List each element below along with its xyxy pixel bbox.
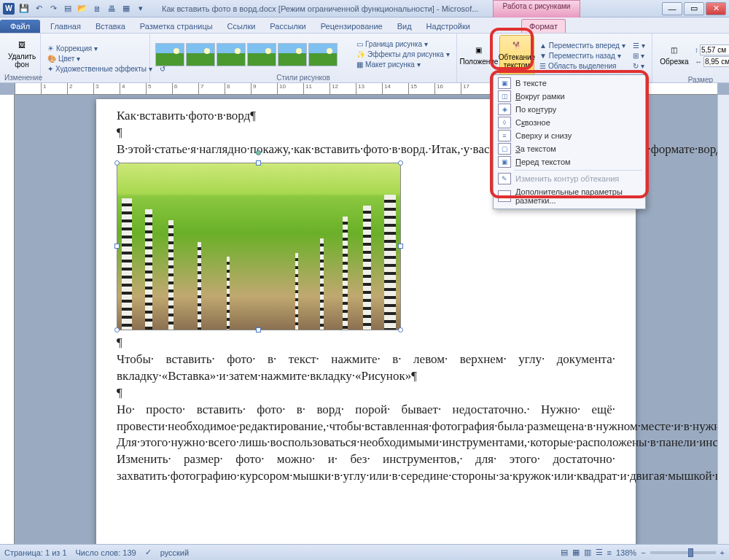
menu-separator [514, 170, 642, 171]
zoom-in-button[interactable]: + [720, 548, 725, 557]
resize-handle[interactable] [256, 160, 261, 166]
edit-points-icon: ✎ [498, 173, 511, 184]
height-input[interactable] [700, 44, 729, 55]
wrap-topbottom-item[interactable]: ≡Сверху и снизу [495, 129, 644, 142]
qat-table-icon[interactable]: ▦ [120, 2, 133, 15]
bring-forward-button[interactable]: ▲Переместить вперед▾ [537, 41, 628, 50]
remove-background-button[interactable]: 🖼 Удалить фон [4, 35, 39, 74]
status-language[interactable]: русский [160, 548, 189, 557]
qat-print-icon[interactable]: 🖶 [105, 2, 118, 15]
height-icon: ↕ [695, 46, 698, 54]
tab-mailings[interactable]: Рассылки [262, 20, 313, 33]
save-icon[interactable]: 💾 [17, 2, 31, 15]
picture-border-button[interactable]: ▭Граница рисунка▾ [354, 39, 452, 49]
chevron-down-icon: ▾ [77, 55, 80, 63]
wrap-more-options-item[interactable]: ⋯Дополнительные параметры разметки... [495, 185, 644, 207]
status-word-count[interactable]: Число слов: 139 [76, 548, 136, 557]
zoom-level[interactable]: 138% [616, 548, 636, 557]
view-print-layout-icon[interactable]: ▤ [561, 548, 568, 557]
view-web-icon[interactable]: ▥ [584, 548, 591, 557]
selection-pane-button[interactable]: ☰Область выделения [537, 61, 628, 71]
maximize-button[interactable]: ▭ [684, 2, 704, 15]
group-styles-label: Стили рисунков [155, 74, 452, 82]
tab-addins[interactable]: Надстройки [419, 20, 477, 33]
minimize-button[interactable]: — [662, 2, 682, 15]
wrap-text-button[interactable]: 🐕Обтекание текстом [499, 35, 534, 76]
rotate-button[interactable]: ↻▾ [631, 61, 647, 71]
tab-file[interactable]: Файл [0, 20, 40, 33]
resize-handle[interactable] [256, 327, 261, 332]
tab-view[interactable]: Вид [390, 20, 419, 33]
tab-format[interactable]: Формат [521, 19, 566, 33]
wrap-through-item[interactable]: ◊Сквозное [495, 116, 644, 129]
resize-handle[interactable] [114, 160, 120, 166]
zoom-slider[interactable] [650, 551, 716, 554]
tab-references[interactable]: Ссылки [220, 20, 263, 33]
style-thumb[interactable] [247, 43, 276, 66]
position-button[interactable]: ▣Положение [461, 35, 496, 76]
color-button[interactable]: 🎨Цвет▾ [45, 54, 155, 63]
redo-icon[interactable]: ↷ [47, 2, 60, 15]
resize-handle[interactable] [398, 160, 403, 166]
close-button[interactable]: ✕ [706, 2, 726, 15]
rotate-icon: ↻ [633, 62, 639, 70]
wrap-front-item[interactable]: ▣Перед текстом [495, 155, 644, 168]
wrap-behind-item[interactable]: ▢За текстом [495, 142, 644, 155]
group-icon: ⊞ [633, 52, 639, 60]
qat-preview-icon[interactable]: 🗎 [90, 2, 104, 15]
corrections-button[interactable]: ☀Коррекция▾ [45, 44, 155, 53]
chevron-down-icon: ▾ [446, 50, 450, 58]
rotate-handle[interactable] [256, 150, 261, 155]
wrap-behind-icon: ▢ [498, 143, 511, 155]
resize-handle[interactable] [398, 244, 403, 249]
tab-page-layout[interactable]: Разметка страницы [133, 20, 220, 33]
crop-button[interactable]: ◫Обрезка [657, 35, 692, 76]
status-page[interactable]: Страница: 1 из 1 [4, 548, 67, 557]
send-backward-button[interactable]: ▼Переместить назад▾ [537, 51, 628, 61]
bring-forward-icon: ▲ [539, 42, 547, 50]
view-fullscreen-icon[interactable]: ▦ [572, 548, 580, 557]
wrap-square-item[interactable]: ◫Вокруг рамки [495, 90, 644, 103]
more-options-icon: ⋯ [498, 190, 511, 202]
qat-customize-icon[interactable]: ▾ [134, 2, 147, 15]
remove-bg-icon: 🖼 [16, 41, 28, 52]
qat-open-icon[interactable]: 📂 [76, 2, 89, 15]
inserted-picture[interactable] [117, 163, 401, 330]
resize-handle[interactable] [114, 244, 120, 249]
view-draft-icon[interactable]: ≡ [607, 548, 612, 557]
picture-layout-button[interactable]: ▦Макет рисунка▾ [354, 60, 452, 69]
resize-handle[interactable] [398, 327, 403, 332]
qat-new-icon[interactable]: ▤ [61, 2, 74, 15]
group-button[interactable]: ⊞▾ [631, 51, 647, 61]
artistic-effects-button[interactable]: ✦Художественные эффекты▾ [45, 64, 155, 74]
zoom-thumb[interactable] [688, 548, 693, 557]
vertical-scrollbar[interactable] [717, 95, 729, 548]
tab-home[interactable]: Главная [43, 20, 88, 33]
style-thumb[interactable] [217, 43, 246, 66]
chevron-down-icon: ▾ [94, 44, 98, 52]
style-thumb[interactable] [308, 43, 338, 66]
wrap-inline-item[interactable]: ▣В тексте [495, 77, 644, 90]
undo-icon[interactable]: ↶ [32, 2, 45, 15]
view-outline-icon[interactable]: ☰ [596, 548, 603, 557]
window-title: Как вставить фото в ворд.docx [Режим огр… [147, 4, 660, 13]
align-button[interactable]: ☰▾ [631, 41, 647, 50]
style-thumb[interactable] [155, 43, 184, 66]
align-icon: ☰ [633, 42, 639, 50]
tab-insert[interactable]: Вставка [88, 20, 133, 33]
tab-review[interactable]: Рецензирование [313, 20, 390, 33]
status-proofing-icon[interactable]: ✓ [145, 548, 152, 557]
resize-handle[interactable] [114, 327, 120, 332]
doc-para-2: Чтобы· вставить· фото· в· текст· нажмите… [117, 351, 615, 385]
zoom-out-button[interactable]: − [641, 548, 645, 557]
wrap-tight-item[interactable]: ◈По контуру [495, 103, 644, 116]
vertical-ruler[interactable] [0, 95, 15, 548]
titlebar: W 💾 ↶ ↷ ▤ 📂 🗎 🖶 ▦ ▾ Как вставить фото в … [0, 0, 729, 18]
picture-effects-button[interactable]: ✨Эффекты для рисунка▾ [354, 50, 452, 59]
width-input[interactable] [703, 56, 729, 67]
doc-para-4: Для·этого·нужно·всего·лишь·воспользовать… [117, 435, 615, 451]
picture-styles-gallery[interactable] [155, 42, 351, 67]
style-thumb[interactable] [186, 43, 215, 66]
doc-para-blank: ¶ [117, 385, 615, 402]
style-thumb[interactable] [278, 43, 307, 66]
